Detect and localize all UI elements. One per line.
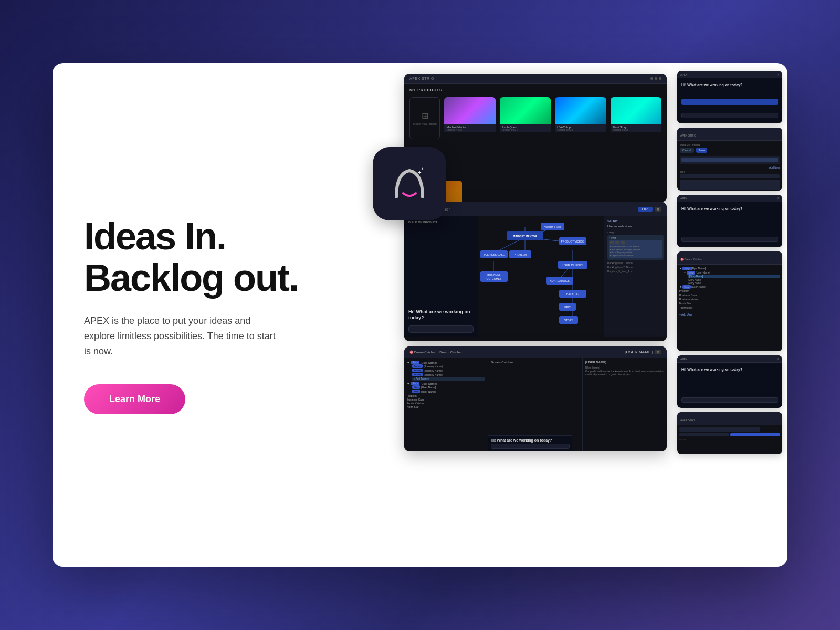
side-chat-input-5[interactable]: [681, 397, 778, 403]
svg-text:BUSINESS: BUSINESS: [487, 273, 501, 276]
svg-text:BACKLOG: BACKLOG: [566, 292, 579, 296]
svg-text:STORY: STORY: [564, 319, 573, 322]
side-chat-q-5: Hi! What are we working on today?: [681, 367, 778, 372]
user-name-label: [USER NAME]: [625, 350, 653, 354]
svg-text:✦: ✦: [421, 167, 424, 171]
story-panel: STORY User records video • Why • What: [604, 216, 667, 337]
hero-subtitle: APEX is the place to put your ideas and …: [84, 313, 284, 359]
side-panel: APEX × Hi! What are we working on today?…: [672, 63, 788, 462]
hero-title: Ideas In. Backlog out.: [84, 216, 326, 299]
close-side3-button[interactable]: ×: [777, 196, 779, 200]
svg-text:OUTCOMES: OUTCOMES: [487, 277, 502, 280]
product-card[interactable]: Mindset Mentor Created 7/4/24: [444, 97, 495, 139]
plus-icon: ⊞: [422, 111, 428, 121]
header-controls: [650, 77, 662, 80]
svg-text:NORTH STAR: NORTH STAR: [544, 225, 561, 228]
products-section-title: MY PRODUCTS: [404, 84, 667, 94]
mindmap-chat-question: Hi! What are we working on today?: [408, 309, 474, 321]
plan-button[interactable]: Plan: [638, 207, 653, 212]
screenshot-mindmap: A Mindset Mentor Plan ✕ BUILD MY PRODUCT: [404, 202, 667, 341]
products-app-name: APEX STRIO: [410, 77, 434, 80]
dreamcatcher-title: Dream Catcher: [439, 351, 462, 354]
learn-more-button[interactable]: Learn More: [84, 384, 185, 414]
create-label: Create New Product: [413, 122, 437, 125]
side-screenshot-1: APEX × Hi! What are we working on today?: [677, 71, 782, 123]
svg-text:KEY FEATURES: KEY FEATURES: [550, 279, 570, 282]
side-screenshot-6: APEX STRIO ○ ○ ○: [677, 412, 782, 454]
close-button[interactable]: ✕: [655, 207, 662, 212]
product-card[interactable]: Earth Quest Created 6/2/24: [500, 97, 551, 139]
side-screenshot-2: APEX STRIO Build My Product Cancel Save …: [677, 128, 782, 191]
close-side5-button[interactable]: ×: [777, 357, 779, 361]
expand-button[interactable]: ⊞: [655, 350, 662, 354]
svg-text:USER JOURNEY: USER JOURNEY: [562, 264, 583, 267]
mindmap-chat-input[interactable]: [408, 326, 474, 333]
side-chat-bar-1: [681, 99, 778, 105]
svg-text:PRODUCT VIDEOS: PRODUCT VIDEOS: [561, 240, 585, 243]
build-product-label: BUILD MY PRODUCT: [408, 220, 474, 224]
create-product-card[interactable]: ⊞ Create New Product: [410, 97, 440, 139]
right-section: ✦ ✦ APEX STRIO MY PRODUCTS: [357, 63, 788, 567]
bottom-chat-input[interactable]: [491, 444, 570, 449]
bottom-chat-question: Hi! What are we working on today?: [491, 438, 570, 442]
svg-text:PROBLEM: PROBLEM: [514, 253, 527, 256]
svg-text:MINDSET MENTOR: MINDSET MENTOR: [513, 235, 537, 238]
cancel-btn[interactable]: Cancel: [680, 148, 694, 153]
side-chat-q-3: Hi! What are we working on today?: [681, 206, 778, 212]
screenshot-dreamcatcher: 🎯 Dream Catcher Dream Catcher [USER NAME…: [404, 346, 667, 452]
add-user-btn[interactable]: + Add User: [679, 313, 780, 316]
main-card: Ideas In. Backlog out. APEX is the place…: [52, 63, 788, 567]
side-chat-input-3[interactable]: [681, 237, 778, 242]
save-btn[interactable]: Save: [696, 148, 707, 153]
product-card[interactable]: Plant Story Created 5/3/24: [611, 97, 662, 139]
svg-text:EPIC: EPIC: [564, 306, 571, 309]
side-screenshot-4: 🎯 Dream Catcher ▼ Story [Epic Name] ▼ St…: [677, 251, 782, 351]
side-screenshot-3: APEX × Hi! What are we working on today?: [677, 195, 782, 247]
add-journey-btn[interactable]: + Add Journey: [412, 377, 485, 381]
side-chat-input-1[interactable]: [681, 113, 778, 118]
svg-text:BUSINESS CASE: BUSINESS CASE: [484, 253, 505, 256]
side-screenshot-5: APEX × Hi! What are we working on today?: [677, 355, 782, 408]
close-side1-button[interactable]: ×: [777, 72, 779, 76]
left-section: Ideas In. Backlog out. APEX is the place…: [52, 63, 357, 567]
app-icon: ✦ ✦: [373, 147, 446, 220]
product-card[interactable]: HVAC App Created 6/9/24: [555, 97, 606, 139]
dreamcatcher-app-label: 🎯 Dream Catcher: [410, 350, 435, 354]
side-chat-q-1: Hi! What are we working on today?: [681, 82, 778, 88]
